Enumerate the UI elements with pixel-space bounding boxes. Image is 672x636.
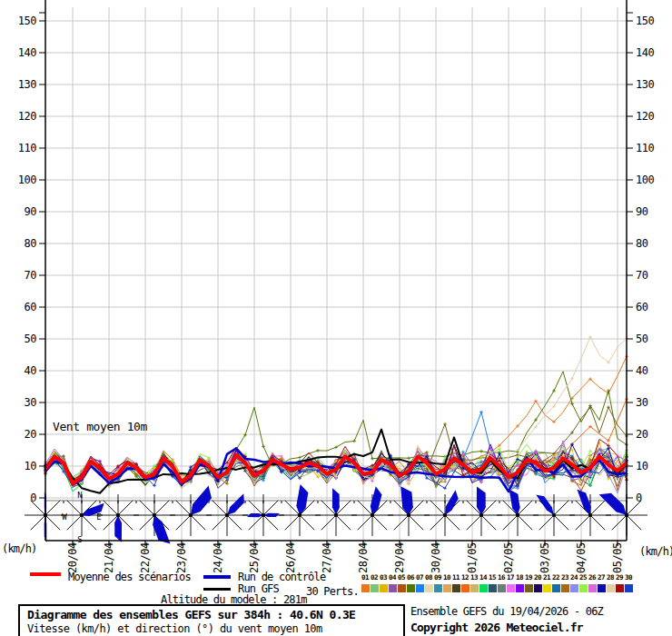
svg-text:30/04: 30/04 [430,542,442,573]
legend-gfs-swatch [203,588,231,591]
chart-title-box: Diagramme des ensembles GEFS sur 384h : … [18,604,405,636]
perturbation-swatch [616,584,624,592]
svg-text:150: 150 [636,15,654,27]
svg-text:20: 20 [636,428,648,441]
perturbation-color-strip: 0102030405060708091011121314151617181920… [361,573,636,594]
svg-text:20: 20 [25,428,37,441]
perturbation-swatch [434,584,442,592]
axis-units-right: (km/h) [639,545,672,558]
svg-text:21/04: 21/04 [103,542,115,573]
svg-text:26/04: 26/04 [284,542,297,573]
perturbation-swatch [389,584,397,592]
perturbation-swatch [461,584,469,592]
svg-text:40: 40 [636,364,648,377]
svg-text:N: N [77,491,82,500]
svg-text:70: 70 [636,269,648,282]
perturbation-swatch [507,584,515,592]
svg-text:20/04: 20/04 [66,542,79,573]
svg-text:90: 90 [636,205,648,218]
svg-text:100: 100 [18,174,36,186]
svg-text:120: 120 [18,110,36,123]
svg-text:120: 120 [636,110,654,123]
perturbation-swatch [516,584,524,592]
svg-text:80: 80 [636,237,648,250]
perturbation-swatch [598,584,606,592]
legend-control-label: Run de contrôle [238,571,325,583]
perturbation-swatch [561,584,569,592]
svg-text:60: 60 [25,301,37,313]
perturbation-swatch [452,584,460,592]
svg-text:25/04: 25/04 [248,542,261,573]
perturbation-swatch [470,584,479,592]
perturbation-swatch [425,584,433,592]
svg-text:28/04: 28/04 [357,542,370,573]
perturbation-swatch [534,584,542,592]
svg-text:70: 70 [25,269,37,282]
svg-text:22/04: 22/04 [139,542,152,573]
perturbation-swatch [498,584,506,592]
perturbation-swatch [607,584,615,592]
perturbation-swatch [543,584,551,592]
svg-text:130: 130 [636,78,654,91]
chart-annotation: Vent moyen 10m [53,420,147,433]
copyright-notice: Copyright 2026 Meteociel.fr [410,621,583,634]
perturbation-swatch [588,584,597,592]
svg-text:60: 60 [636,301,648,313]
perturbation-swatch [579,584,588,592]
svg-text:02/05: 02/05 [502,542,515,573]
svg-text:110: 110 [18,142,36,154]
svg-text:E: E [96,512,101,522]
svg-text:90: 90 [25,205,37,218]
perturbation-swatch [371,584,379,592]
perturbation-swatch [398,584,406,592]
perturbation-swatch [407,584,415,592]
perturbation-swatch [489,584,497,592]
svg-text:27/04: 27/04 [321,542,333,573]
svg-text:50: 50 [25,333,37,345]
svg-text:10: 10 [25,460,37,472]
svg-text:80: 80 [25,237,37,250]
perturbation-swatch [552,584,560,592]
legend-mean-swatch [30,572,61,576]
svg-text:140: 140 [18,46,36,59]
perturbation-swatch [443,584,451,592]
svg-text:30: 30 [25,396,37,409]
svg-text:24/04: 24/04 [212,542,224,573]
svg-text:10: 10 [636,460,648,472]
svg-text:04/05: 04/05 [575,542,588,573]
svg-text:150: 150 [18,15,36,27]
legend-control-swatch [203,575,231,579]
svg-text:0: 0 [636,492,642,504]
svg-text:29/04: 29/04 [393,542,406,573]
gefs-ensemble-diagram: { "axis_units_left": "(km/h)", "axis_uni… [0,0,672,636]
chart-title: Diagramme des ensembles GEFS sur 384h : … [27,608,355,621]
svg-text:130: 130 [18,78,36,91]
legend-mean-label: Moyenne des scénarios [68,571,191,583]
svg-text:0: 0 [30,492,36,504]
svg-text:50: 50 [636,333,648,345]
svg-text:05/05: 05/05 [611,542,624,573]
svg-text:100: 100 [636,174,654,186]
ensemble-chart: NSWE001010202030304040505060607070808090… [0,0,672,636]
svg-text:23/04: 23/04 [175,542,188,573]
perturbation-swatch [525,584,533,592]
legend-perts-count: 30 Perts. [306,585,359,598]
svg-text:W: W [62,512,67,522]
perturbation-swatch [625,584,633,592]
perturbation-swatch [570,584,578,592]
svg-text:40: 40 [25,364,37,377]
svg-text:30: 30 [636,396,648,409]
perturbation-swatch [380,584,388,592]
svg-text:03/05: 03/05 [539,542,551,573]
svg-text:110: 110 [636,142,654,154]
perturbation-number: 30 [625,573,635,581]
perturbation-swatch [416,584,424,592]
run-info: Ensemble GEFS du 19/04/2026 - 06Z [410,605,603,618]
svg-text:01/05: 01/05 [466,542,479,573]
perturbation-swatch [361,584,370,592]
chart-subtitle: Vitesse (km/h) et direction (°) du vent … [27,622,322,635]
svg-text:140: 140 [636,46,654,59]
axis-units-left: (km/h) [2,542,37,555]
perturbation-swatch [479,584,488,592]
